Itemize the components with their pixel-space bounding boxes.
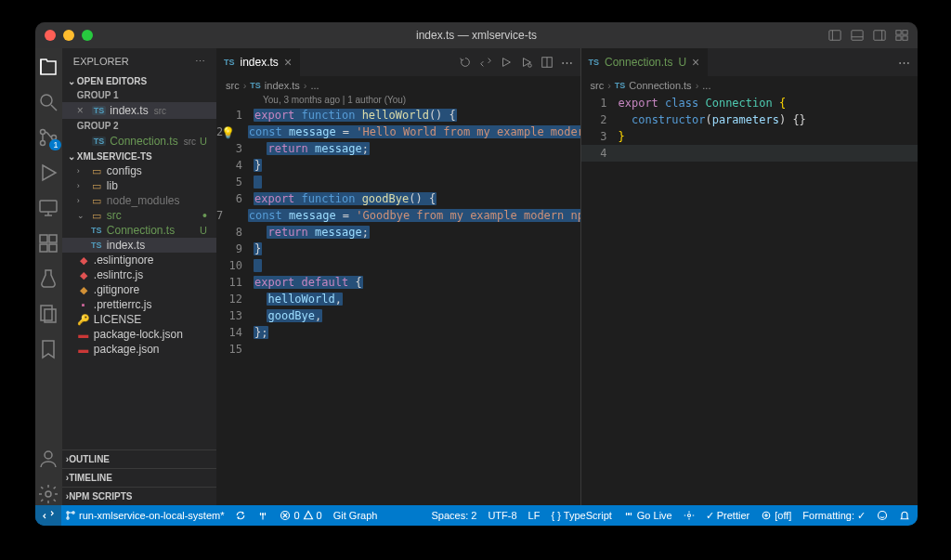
git-icon: ◆ bbox=[77, 284, 90, 296]
notifications-icon[interactable] bbox=[899, 510, 910, 521]
formatting[interactable]: Formatting: ✓ bbox=[802, 510, 866, 522]
tree-folder-lib[interactable]: ›▭lib bbox=[62, 178, 216, 193]
settings-icon[interactable] bbox=[37, 483, 59, 505]
outline-section[interactable]: ›OUTLINE bbox=[62, 449, 216, 468]
tab-index[interactable]: TS index.ts × bbox=[216, 48, 300, 76]
svg-point-32 bbox=[67, 512, 69, 514]
ts-file-icon: TS bbox=[92, 137, 107, 146]
more-actions-icon[interactable]: ⋯ bbox=[561, 56, 573, 70]
workbench-body: 1 EXPLORER ⋯ ⌄OPEN EDITORS GROUP 1 × TS … bbox=[35, 48, 918, 505]
references-icon[interactable] bbox=[37, 303, 59, 325]
close-icon[interactable]: × bbox=[77, 104, 88, 117]
tree-folder-configs[interactable]: ›▭configs bbox=[62, 163, 216, 178]
encoding[interactable]: UTF-8 bbox=[488, 510, 516, 521]
svg-point-35 bbox=[263, 514, 265, 515]
timeline-section[interactable]: ›TIMELINE bbox=[62, 468, 216, 487]
settings-sync-icon[interactable] bbox=[684, 510, 695, 521]
tabs-1: TS index.ts × ⋯ bbox=[216, 48, 580, 76]
tree-file-prettierrc[interactable]: ▪.prettierrc.js bbox=[62, 297, 216, 312]
sidebar-more-icon[interactable]: ⋯ bbox=[195, 56, 205, 68]
code-editor-2[interactable]: 1export class Connection { 2 constructor… bbox=[581, 95, 918, 162]
remote-indicator[interactable] bbox=[35, 505, 61, 526]
tree-file-connection[interactable]: TSConnection.tsU bbox=[62, 223, 216, 238]
run-debug-icon[interactable] bbox=[37, 162, 59, 184]
tree-file-gitignore[interactable]: ◆.gitignore bbox=[62, 282, 216, 297]
open-editors-section[interactable]: ⌄OPEN EDITORS bbox=[62, 74, 216, 88]
svg-marker-15 bbox=[43, 165, 56, 180]
svg-rect-6 bbox=[896, 31, 901, 34]
close-tab-icon[interactable]: × bbox=[284, 55, 292, 70]
explorer-icon[interactable] bbox=[37, 56, 59, 78]
breadcrumb-2[interactable]: src› TS Connection.ts› ... bbox=[581, 76, 918, 95]
tab-actions-1: ⋯ bbox=[451, 48, 580, 76]
remote-explorer-icon[interactable] bbox=[37, 197, 59, 219]
npm-icon: ▬ bbox=[77, 344, 90, 355]
tree-file-license[interactable]: 🔑LICENSE bbox=[62, 312, 216, 327]
eol[interactable]: LF bbox=[528, 510, 541, 521]
svg-point-41 bbox=[762, 512, 770, 519]
tree-file-package-lock[interactable]: ▬package-lock.json bbox=[62, 327, 216, 342]
lightbulb-icon[interactable]: 💡 bbox=[221, 124, 235, 141]
history-icon[interactable] bbox=[459, 56, 472, 69]
tree-file-eslintrc[interactable]: ◆.eslintrc.js bbox=[62, 267, 216, 282]
folder-icon: ▭ bbox=[90, 210, 103, 222]
accounts-icon[interactable] bbox=[37, 448, 59, 470]
code-editor-1[interactable]: 1export function helloWorld() { 2💡 const… bbox=[216, 107, 580, 358]
customize-layout-icon[interactable] bbox=[895, 29, 908, 42]
codelens[interactable]: You, 3 months ago | 1 author (You) bbox=[216, 95, 580, 107]
sidebar-header: EXPLORER ⋯ bbox=[62, 48, 216, 74]
chevron-down-icon: ⌄ bbox=[77, 211, 86, 220]
open-editor-index[interactable]: × TS index.ts src bbox=[62, 102, 216, 119]
status-bar: run-xmlservice-on-local-system* 0 0 Git … bbox=[35, 505, 918, 526]
compare-icon[interactable] bbox=[479, 56, 492, 69]
folder-icon: ▭ bbox=[90, 180, 103, 192]
git-graph[interactable]: Git Graph bbox=[333, 510, 378, 521]
open-editor-connection[interactable]: TS Connection.ts src U bbox=[62, 133, 216, 150]
activity-bar: 1 bbox=[35, 48, 62, 505]
go-live[interactable]: Go Live bbox=[623, 510, 672, 521]
minimize-window-button[interactable] bbox=[63, 30, 74, 41]
npm-scripts-section[interactable]: ›NPM SCRIPTS bbox=[62, 487, 216, 505]
extensions-icon[interactable] bbox=[37, 232, 59, 254]
tree-folder-node-modules[interactable]: ›▭node_modules bbox=[62, 193, 216, 208]
project-section[interactable]: ⌄XMLSERVICE-TS bbox=[62, 150, 216, 163]
test-icon[interactable] bbox=[37, 267, 59, 290]
editor-area: TS index.ts × ⋯ src› TS bbox=[216, 48, 918, 505]
tree-file-package-json[interactable]: ▬package.json bbox=[62, 342, 216, 357]
svg-rect-20 bbox=[49, 235, 57, 242]
window-title: index.ts — xmlservice-ts bbox=[35, 29, 918, 42]
prettier[interactable]: ✓ Prettier bbox=[706, 510, 749, 522]
more-actions-icon[interactable]: ⋯ bbox=[898, 56, 910, 70]
tree-folder-src[interactable]: ⌄▭src• bbox=[62, 208, 216, 223]
spell-check[interactable]: [off] bbox=[761, 510, 791, 521]
tree-file-index[interactable]: TSindex.ts bbox=[62, 238, 216, 253]
tree-file-eslintignore[interactable]: ◆.eslintignore bbox=[62, 253, 216, 267]
toggle-panel-icon[interactable] bbox=[851, 29, 864, 42]
sync-button[interactable] bbox=[235, 510, 246, 521]
maximize-window-button[interactable] bbox=[82, 30, 93, 41]
debug-icon[interactable] bbox=[520, 56, 533, 69]
search-icon[interactable] bbox=[37, 91, 59, 113]
feedback-icon[interactable] bbox=[877, 510, 888, 521]
svg-rect-2 bbox=[852, 31, 863, 41]
editor-group-1: TS index.ts × ⋯ src› TS bbox=[216, 48, 580, 505]
source-control-icon[interactable]: 1 bbox=[37, 126, 59, 149]
toggle-primary-sidebar-icon[interactable] bbox=[828, 29, 841, 42]
close-window-button[interactable] bbox=[45, 30, 56, 41]
spaces[interactable]: Spaces: 2 bbox=[432, 510, 477, 521]
breadcrumb-1[interactable]: src› TS index.ts› ... bbox=[216, 76, 580, 95]
close-tab-icon[interactable]: × bbox=[692, 55, 699, 70]
scm-badge: 1 bbox=[49, 139, 61, 150]
bookmarks-icon[interactable] bbox=[37, 338, 59, 360]
problems[interactable]: 0 0 bbox=[280, 510, 321, 521]
language-mode[interactable]: { } TypeScript bbox=[551, 510, 611, 521]
svg-rect-8 bbox=[896, 36, 901, 40]
run-icon[interactable] bbox=[500, 56, 513, 69]
split-editor-icon[interactable] bbox=[541, 56, 554, 69]
ts-file-icon: TS bbox=[92, 106, 107, 115]
radio-tower-icon[interactable] bbox=[257, 510, 268, 521]
prettier-icon: ▪ bbox=[77, 299, 90, 310]
git-branch[interactable]: run-xmlservice-on-local-system* bbox=[65, 510, 224, 521]
tab-connection[interactable]: TS Connection.ts U × bbox=[581, 48, 709, 76]
toggle-secondary-sidebar-icon[interactable] bbox=[873, 29, 886, 42]
